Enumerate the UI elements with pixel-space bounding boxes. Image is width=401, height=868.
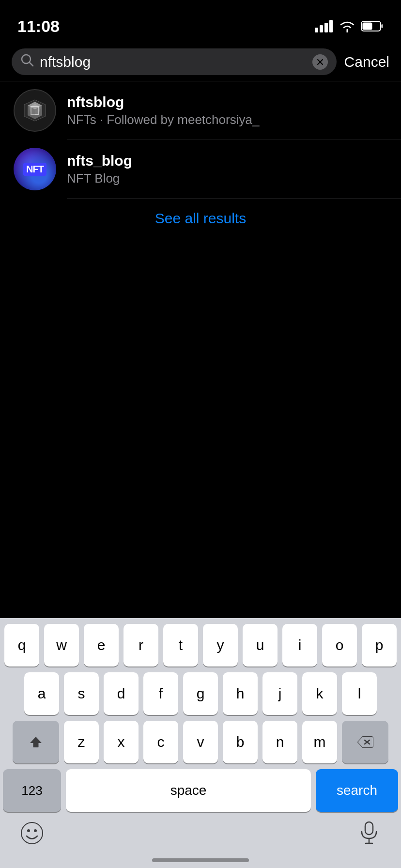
- key-w[interactable]: w: [44, 624, 79, 666]
- key-v[interactable]: v: [183, 721, 218, 763]
- status-icons: [315, 20, 384, 32]
- signal-icon: [315, 20, 333, 32]
- key-g[interactable]: g: [183, 672, 218, 715]
- backspace-key[interactable]: [342, 721, 388, 763]
- key-u[interactable]: u: [243, 624, 278, 666]
- result-username-nftsblog: nftsblog: [67, 94, 387, 110]
- keyboard-row-1: q w e r t y u i o p: [3, 624, 398, 666]
- status-time: 11:08: [17, 17, 60, 36]
- key-r[interactable]: r: [123, 624, 158, 666]
- search-key[interactable]: search: [316, 769, 398, 812]
- numbers-key[interactable]: 123: [3, 769, 61, 812]
- cancel-button[interactable]: Cancel: [344, 54, 389, 70]
- result-text-nftsblog: nftsblog NFTs · Followed by meetchorsiya…: [67, 94, 387, 127]
- shift-key[interactable]: [13, 721, 59, 763]
- key-e[interactable]: e: [84, 624, 119, 666]
- key-o[interactable]: o: [322, 624, 357, 666]
- svg-rect-20: [365, 822, 373, 835]
- keyboard: q w e r t y u i o p a s d f g h j k l z …: [0, 618, 401, 868]
- keyboard-bottom-keys: 123 space search: [3, 769, 398, 812]
- key-t[interactable]: t: [163, 624, 198, 666]
- key-f[interactable]: f: [143, 672, 178, 715]
- key-p[interactable]: p: [362, 624, 397, 666]
- key-k[interactable]: k: [302, 672, 337, 715]
- keyboard-row-3: z x c v b n m: [3, 721, 398, 763]
- clear-search-button[interactable]: [312, 54, 328, 70]
- result-username-nfts-blog: nfts_blog: [67, 153, 387, 169]
- key-x[interactable]: x: [104, 721, 139, 763]
- key-h[interactable]: h: [223, 672, 258, 715]
- search-input-container[interactable]: nftsblog: [12, 48, 337, 75]
- svg-rect-1: [320, 25, 323, 32]
- result-text-nfts-blog: nfts_blog NFT Blog: [67, 153, 387, 186]
- nft-avatar-label: NFT: [23, 163, 46, 176]
- key-d[interactable]: d: [104, 672, 139, 715]
- avatar-nfts-blog: NFT: [14, 148, 56, 190]
- search-input[interactable]: nftsblog: [40, 54, 307, 70]
- result-item-nftsblog[interactable]: nftsblog NFTs · Followed by meetchorsiya…: [0, 81, 401, 140]
- svg-rect-0: [315, 28, 318, 32]
- svg-rect-5: [381, 24, 383, 28]
- see-all-results-button[interactable]: See all results: [0, 199, 401, 238]
- svg-rect-3: [329, 20, 333, 32]
- key-a[interactable]: a: [24, 672, 59, 715]
- wifi-icon: [339, 20, 355, 32]
- mic-key[interactable]: [350, 816, 388, 851]
- key-s[interactable]: s: [64, 672, 99, 715]
- key-c[interactable]: c: [143, 721, 178, 763]
- key-l[interactable]: l: [342, 672, 377, 715]
- keyboard-extras-row: [3, 816, 398, 858]
- result-subtitle-nftsblog: NFTs · Followed by meetchorsiya_: [67, 112, 387, 127]
- key-z[interactable]: z: [64, 721, 99, 763]
- svg-point-17: [21, 822, 43, 844]
- key-m[interactable]: m: [302, 721, 337, 763]
- result-subtitle-nfts-blog: NFT Blog: [67, 171, 387, 186]
- key-q[interactable]: q: [4, 624, 39, 666]
- svg-rect-6: [363, 23, 372, 30]
- search-bar: nftsblog Cancel: [0, 43, 401, 81]
- status-bar: 11:08: [0, 0, 401, 43]
- key-j[interactable]: j: [262, 672, 297, 715]
- space-key[interactable]: space: [66, 769, 311, 812]
- svg-line-8: [30, 62, 33, 66]
- result-item-nfts-blog[interactable]: NFT nfts_blog NFT Blog: [0, 140, 401, 198]
- svg-point-18: [27, 829, 30, 832]
- keyboard-row-2: a s d f g h j k l: [3, 672, 398, 715]
- battery-icon: [361, 20, 384, 32]
- emoji-key[interactable]: [13, 816, 51, 851]
- svg-rect-2: [324, 23, 328, 32]
- key-i[interactable]: i: [282, 624, 317, 666]
- key-y[interactable]: y: [203, 624, 238, 666]
- key-b[interactable]: b: [223, 721, 258, 763]
- svg-point-19: [34, 829, 37, 832]
- key-n[interactable]: n: [262, 721, 297, 763]
- avatar-nftsblog: [14, 89, 56, 132]
- search-results: nftsblog NFTs · Followed by meetchorsiya…: [0, 81, 401, 238]
- search-icon: [20, 53, 34, 70]
- home-indicator: [152, 858, 249, 862]
